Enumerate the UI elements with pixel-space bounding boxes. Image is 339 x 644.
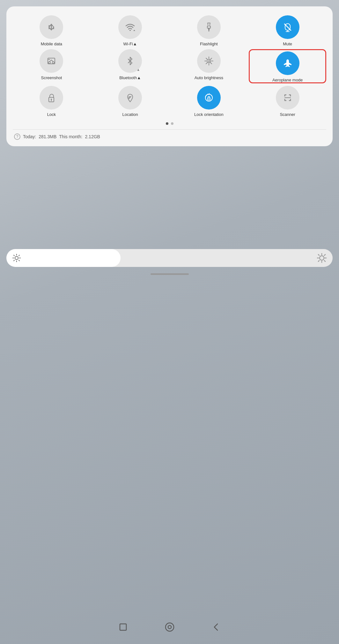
month-label: This month: bbox=[59, 134, 82, 139]
flashlight-circle bbox=[197, 15, 221, 39]
data-usage-row: ? Today: 281.3MB This month: 2.12GB bbox=[13, 133, 326, 140]
svg-point-3 bbox=[129, 30, 131, 31]
pagination-dots bbox=[13, 122, 326, 125]
svg-line-49 bbox=[324, 254, 325, 255]
mute-circle bbox=[276, 15, 299, 39]
scanner-circle bbox=[276, 86, 299, 110]
svg-line-24 bbox=[206, 63, 207, 64]
toggle-bluetooth[interactable]: ▲ Bluetooth▲ bbox=[92, 49, 169, 84]
location-label: Location bbox=[122, 112, 138, 117]
svg-point-52 bbox=[166, 623, 174, 631]
auto-brightness-circle: A bbox=[197, 49, 221, 73]
divider bbox=[13, 129, 326, 130]
aeroplane-circle bbox=[276, 51, 299, 75]
recents-button[interactable] bbox=[116, 620, 130, 634]
svg-line-21 bbox=[206, 58, 207, 59]
data-usage-help-icon[interactable]: ? bbox=[14, 133, 20, 140]
today-value: 281.3MB bbox=[39, 134, 56, 139]
svg-line-50 bbox=[318, 261, 319, 261]
toggle-aeroplane[interactable]: Aeroplane mode bbox=[249, 49, 326, 84]
auto-brightness-label: Auto brightness bbox=[195, 75, 223, 80]
brightness-fill bbox=[6, 249, 121, 267]
toggle-lock-orientation[interactable]: Lock orientation bbox=[170, 86, 248, 117]
lock-label: Lock bbox=[47, 112, 56, 117]
flashlight-label: Flashlight bbox=[200, 42, 218, 47]
toggle-auto-brightness[interactable]: A Auto brightness bbox=[170, 49, 248, 84]
bluetooth-label: Bluetooth▲ bbox=[119, 75, 141, 80]
svg-line-22 bbox=[211, 63, 212, 64]
scanner-label: Scanner bbox=[280, 112, 295, 117]
mobile-data-label: Mobile data bbox=[41, 42, 62, 47]
toggle-grid: Mobile data Wi-Fi▲ bbox=[13, 15, 326, 117]
toggle-flashlight[interactable]: Flashlight bbox=[170, 15, 248, 47]
home-button[interactable] bbox=[162, 620, 177, 634]
svg-line-38 bbox=[14, 255, 14, 256]
svg-point-42 bbox=[320, 256, 324, 260]
lock-orientation-label: Lock orientation bbox=[194, 112, 224, 117]
svg-line-48 bbox=[324, 261, 325, 261]
bottom-nav bbox=[0, 620, 339, 634]
screenshot-circle bbox=[40, 49, 63, 73]
location-circle bbox=[118, 86, 142, 110]
svg-line-41 bbox=[14, 260, 14, 261]
aeroplane-label: Aeroplane mode bbox=[272, 78, 303, 83]
today-label: Today: bbox=[23, 134, 36, 139]
lock-circle bbox=[40, 86, 63, 110]
toggle-screenshot[interactable]: Screenshot bbox=[13, 49, 90, 84]
svg-marker-4 bbox=[133, 30, 135, 31]
quick-settings-panel: Mobile data Wi-Fi▲ bbox=[6, 6, 333, 146]
brightness-low-icon bbox=[12, 254, 21, 262]
toggle-wifi[interactable]: Wi-Fi▲ bbox=[92, 15, 169, 47]
month-value: 2.12GB bbox=[85, 134, 100, 139]
wifi-circle bbox=[118, 15, 142, 39]
toggle-scanner[interactable]: Scanner bbox=[249, 86, 326, 117]
dot-1[interactable] bbox=[166, 122, 168, 125]
panel-handle[interactable] bbox=[151, 273, 189, 275]
dot-2[interactable] bbox=[171, 122, 173, 125]
bluetooth-circle: ▲ bbox=[118, 49, 142, 73]
svg-line-47 bbox=[318, 254, 319, 255]
lock-orientation-circle bbox=[197, 86, 221, 110]
toggle-mute[interactable]: Mute bbox=[249, 15, 326, 47]
svg-point-53 bbox=[168, 625, 171, 629]
toggle-mobile-data[interactable]: Mobile data bbox=[13, 15, 90, 47]
svg-line-40 bbox=[19, 255, 19, 256]
back-button[interactable] bbox=[209, 620, 224, 634]
brightness-slider[interactable] bbox=[6, 249, 333, 267]
wifi-label: Wi-Fi▲ bbox=[123, 42, 137, 47]
brightness-high-icon bbox=[317, 253, 327, 263]
mute-label: Mute bbox=[283, 42, 292, 47]
svg-line-13 bbox=[49, 60, 51, 62]
svg-point-33 bbox=[15, 256, 18, 260]
svg-line-39 bbox=[19, 260, 19, 261]
svg-rect-51 bbox=[120, 624, 126, 630]
svg-text:A: A bbox=[208, 59, 210, 63]
toggle-lock[interactable]: Lock bbox=[13, 86, 90, 117]
svg-line-23 bbox=[211, 58, 212, 59]
svg-line-14 bbox=[51, 60, 53, 62]
screenshot-label: Screenshot bbox=[41, 75, 62, 80]
toggle-location[interactable]: Location bbox=[92, 86, 169, 117]
svg-rect-31 bbox=[208, 98, 210, 100]
mobile-data-circle bbox=[40, 15, 63, 39]
